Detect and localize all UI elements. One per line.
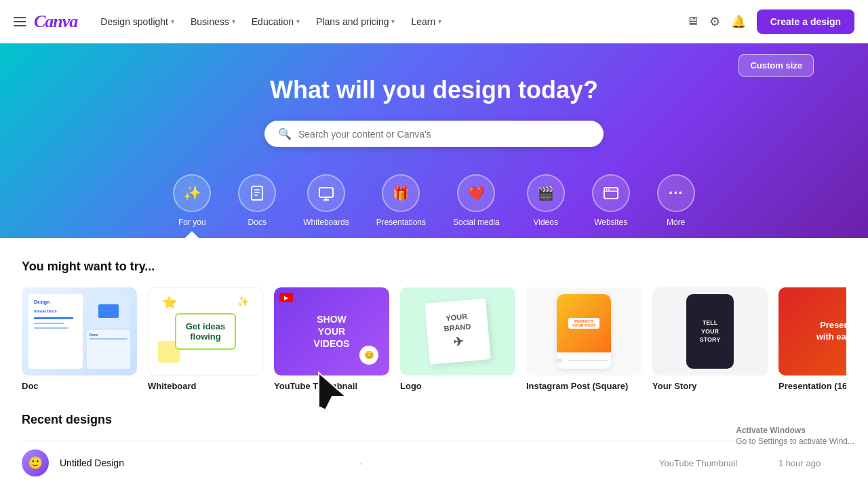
chevron-down-icon: ▾ — [171, 18, 174, 25]
category-videos[interactable]: 🎬 Videos — [513, 169, 578, 238]
category-whiteboards[interactable]: Whiteboards — [290, 169, 362, 238]
chevron-down-icon: ▾ — [438, 18, 441, 25]
chevron-down-icon: ▾ — [391, 18, 395, 25]
chevron-down-icon: ▾ — [296, 18, 300, 25]
category-docs[interactable]: Docs — [224, 169, 290, 238]
docs-icon — [238, 174, 276, 212]
recent-design-time: 1 hour ago — [778, 458, 846, 468]
recent-design-dash: - — [359, 458, 648, 468]
recent-section-title: Recent designs — [22, 413, 846, 427]
category-label: Whiteboards — [303, 218, 349, 227]
card-thumb-presentation: Presentwith ease — [778, 287, 846, 375]
category-label: Websites — [594, 218, 627, 227]
category-social-media[interactable]: ❤️ Social media — [439, 169, 513, 238]
category-presentations[interactable]: 🎁 Presentations — [363, 169, 439, 238]
hero-background: Custom size What will you design today? … — [0, 43, 868, 238]
canva-logo[interactable]: Canva — [34, 12, 77, 32]
card-youtube-thumb[interactable]: SHOWYOURVIDEOS 😊 YouTube Thumbnail — [274, 287, 389, 391]
search-icon: 🔍 — [278, 127, 292, 140]
whiteboards-icon — [307, 174, 345, 212]
more-icon: ··· — [657, 174, 695, 212]
card-doc-label: Doc — [22, 381, 137, 391]
main-content: You might want to try... Design Visual D… — [0, 238, 868, 488]
for-you-icon: ✨ — [173, 174, 211, 212]
categories-bar: ✨ For you Docs Whiteboards 🎁 Presentatio… — [0, 169, 868, 238]
nav-education[interactable]: Education ▾ — [245, 11, 307, 33]
category-label: More — [667, 218, 685, 227]
category-label: Social media — [453, 218, 500, 227]
svg-point-10 — [608, 189, 610, 190]
card-thumb-yt: SHOWYOURVIDEOS 😊 — [274, 287, 389, 375]
category-label: For you — [178, 218, 206, 227]
presentations-icon: 🎁 — [382, 174, 420, 212]
bell-icon[interactable]: 🔔 — [731, 14, 746, 29]
recent-design-type: YouTube Thumbnail — [659, 458, 768, 468]
category-websites[interactable]: Websites — [578, 169, 644, 238]
svg-point-9 — [606, 189, 607, 190]
card-doc[interactable]: Design Visual Docs Docs — [22, 287, 137, 391]
card-logo-label: Logo — [400, 381, 515, 391]
hero-section: Custom size What will you design today? … — [0, 43, 868, 238]
avatar: 🙂 — [22, 449, 49, 476]
card-presentation-label: Presentation (16:9) — [778, 381, 846, 391]
hero-title: What will you design today? — [0, 76, 868, 104]
nav-plans-pricing[interactable]: Plans and pricing ▾ — [309, 11, 401, 33]
navbar: Canva Design spotlight ▾ Business ▾ Educ… — [0, 0, 868, 43]
category-label: Presentations — [376, 218, 426, 227]
card-yt-label: YouTube Thumbnail — [274, 381, 389, 391]
play-icon — [279, 293, 293, 302]
category-for-you[interactable]: ✨ For you — [159, 169, 224, 238]
card-thumb-logo: YOURBRAND✈ — [400, 287, 515, 375]
videos-icon: 🎬 — [527, 174, 565, 212]
try-cards-row: Design Visual Docs Docs — [22, 287, 846, 391]
search-input[interactable] — [298, 129, 590, 140]
monitor-icon[interactable]: 🖥 — [686, 14, 698, 28]
chevron-down-icon: ▾ — [232, 18, 235, 25]
recent-item: 🙂 Untitled Design - YouTube Thumbnail 1 … — [22, 441, 846, 485]
card-whiteboard-label: Whiteboard — [148, 381, 263, 391]
category-label: Docs — [248, 218, 267, 227]
card-thumb-whiteboard: ⭐ ✨ Get ideasflowing — [148, 287, 263, 375]
category-label: Videos — [533, 218, 557, 227]
card-story[interactable]: TELLYOURSTORY Your Story — [652, 287, 768, 391]
websites-icon — [592, 174, 630, 212]
nav-links: Design spotlight ▾ Business ▾ Education … — [94, 11, 686, 33]
card-instagram[interactable]: PERFECTYOUR POST Instagram Post (Square) — [526, 287, 642, 391]
svg-rect-4 — [319, 188, 333, 197]
nav-learn[interactable]: Learn ▾ — [404, 11, 448, 33]
recent-design-name: Untitled Design — [60, 458, 349, 468]
card-story-label: Your Story — [652, 381, 768, 391]
card-thumb-doc: Design Visual Docs Docs — [22, 287, 137, 375]
sparkle-icon: ✨ — [237, 296, 249, 307]
star-icon: ⭐ — [162, 295, 177, 310]
custom-size-button[interactable]: Custom size — [738, 54, 814, 77]
category-more[interactable]: ··· More — [644, 169, 709, 238]
search-bar: 🔍 — [264, 121, 604, 147]
try-section-title: You might want to try... — [22, 260, 846, 274]
card-instagram-label: Instagram Post (Square) — [526, 381, 642, 391]
create-design-button[interactable]: Create a design — [757, 9, 854, 34]
gear-icon[interactable]: ⚙ — [709, 14, 720, 29]
card-logo[interactable]: YOURBRAND✈ Logo — [400, 287, 515, 391]
nav-actions: 🖥 ⚙ 🔔 Create a design — [686, 9, 854, 34]
nav-business[interactable]: Business ▾ — [184, 11, 242, 33]
card-thumb-ig: PERFECTYOUR POST — [526, 287, 642, 375]
card-presentation[interactable]: Presentwith ease Presentation (16:9) — [778, 287, 846, 391]
recent-section: Recent designs 🙂 Untitled Design - YouTu… — [22, 413, 846, 485]
card-whiteboard[interactable]: ⭐ ✨ Get ideasflowing Whiteboard — [148, 287, 263, 391]
menu-button[interactable] — [14, 17, 26, 26]
social-media-icon: ❤️ — [457, 174, 495, 212]
card-thumb-story: TELLYOURSTORY — [652, 287, 768, 375]
svg-rect-0 — [252, 186, 262, 200]
nav-design-spotlight[interactable]: Design spotlight ▾ — [94, 11, 181, 33]
